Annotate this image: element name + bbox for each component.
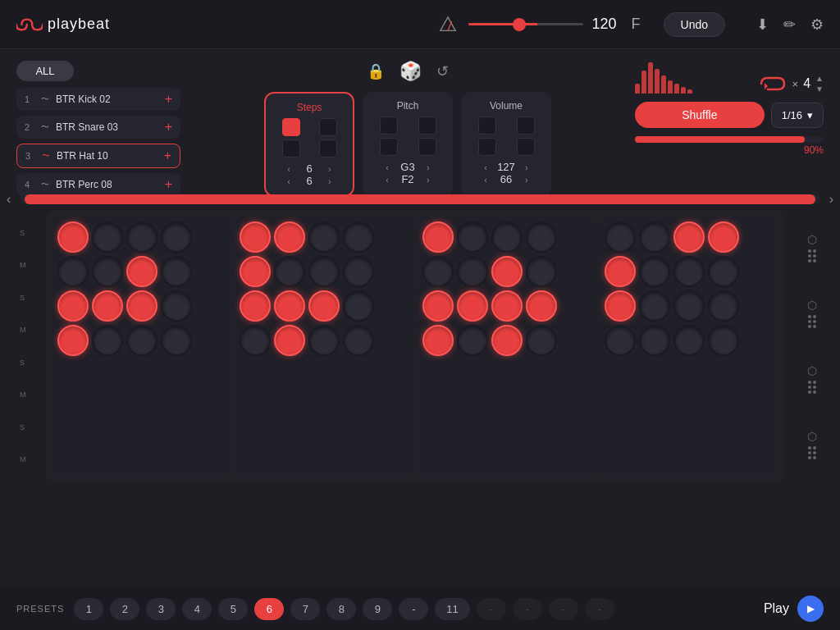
pad-4-4-1[interactable]	[605, 325, 636, 356]
pad-1-2-4[interactable]	[161, 256, 192, 287]
pad-3-4-4[interactable]	[526, 325, 557, 356]
pad-2-4-3[interactable]	[308, 325, 340, 356]
pad-1-2-3[interactable]	[126, 256, 158, 287]
pad-4-2-3[interactable]	[673, 256, 705, 287]
pad-1-2-2[interactable]	[92, 256, 123, 287]
subdivision-select[interactable]: 1/16 ▾	[771, 103, 824, 128]
pad-2-4-2[interactable]	[274, 325, 305, 356]
pad-2-1-3[interactable]	[308, 221, 340, 253]
pad-4-1-1[interactable]	[605, 221, 636, 253]
scroll-right-arrow[interactable]: ›	[823, 192, 840, 207]
edit-icon[interactable]: ✏	[783, 16, 796, 34]
download-icon[interactable]: ⬇	[756, 16, 769, 34]
pad-3-2-4[interactable]	[526, 256, 557, 287]
pad-4-4-4[interactable]	[708, 325, 739, 356]
preset-btn-3[interactable]: 3	[146, 598, 176, 620]
scroll-left-arrow[interactable]: ‹	[0, 192, 17, 207]
pad-1-1-4[interactable]	[161, 221, 192, 253]
pad-2-4-1[interactable]	[240, 325, 271, 356]
pitch-row1-next[interactable]: ›	[427, 162, 430, 172]
preset-btn-dash1[interactable]: -	[399, 598, 428, 620]
settings-icon[interactable]: ⚙	[810, 16, 824, 34]
scroll-track[interactable]	[21, 194, 819, 204]
eraser-icon-2[interactable]: ⬡	[807, 299, 817, 312]
volume-row1-next[interactable]: ›	[525, 162, 528, 172]
preset-btn-2[interactable]: 2	[110, 598, 139, 620]
preset-btn-8[interactable]: 8	[326, 598, 356, 620]
pad-1-3-3[interactable]	[126, 290, 158, 322]
preset-btn-7[interactable]: 7	[290, 598, 320, 620]
all-button[interactable]: ALL	[16, 61, 74, 81]
volume-row1-prev[interactable]: ‹	[484, 162, 487, 172]
dice-icon[interactable]: 🎲	[399, 61, 422, 82]
pad-3-2-2[interactable]	[457, 256, 488, 287]
pad-1-3-2[interactable]	[92, 290, 123, 322]
pad-3-4-3[interactable]	[491, 325, 523, 356]
preset-btn-6[interactable]: 6	[254, 598, 284, 620]
step-dot-2[interactable]	[319, 118, 337, 136]
pad-4-2-1[interactable]	[605, 256, 636, 287]
pad-4-1-2[interactable]	[639, 221, 670, 253]
pad-2-1-2[interactable]	[274, 221, 305, 253]
pitch-dot-1[interactable]	[380, 116, 398, 135]
pad-2-3-1[interactable]	[240, 290, 271, 322]
pad-4-1-4[interactable]	[708, 221, 739, 253]
pad-3-4-1[interactable]	[422, 325, 454, 356]
pad-2-3-2[interactable]	[274, 290, 305, 322]
pad-1-3-4[interactable]	[161, 290, 192, 322]
preset-btn-1[interactable]: 1	[74, 598, 103, 620]
loop-down-arrow[interactable]: ▼	[815, 84, 824, 94]
pad-4-4-2[interactable]	[639, 325, 670, 356]
pitch-panel[interactable]: Pitch ‹ G3 › ‹ F2 ›	[363, 92, 453, 197]
loop-up-arrow[interactable]: ▲	[815, 74, 824, 83]
steps-row2-prev[interactable]: ‹	[287, 176, 290, 186]
step-dot-4[interactable]	[319, 139, 337, 158]
track-item-4[interactable]: 4 〜 BTR Perc 08 +	[16, 173, 180, 196]
volume-row2-prev[interactable]: ‹	[484, 175, 487, 185]
pad-3-3-4[interactable]	[526, 290, 557, 322]
pad-1-4-3[interactable]	[126, 325, 158, 356]
volume-dot-1[interactable]	[478, 116, 496, 135]
pad-3-1-4[interactable]	[526, 221, 557, 253]
pad-2-3-3[interactable]	[308, 290, 340, 322]
steps-row1-prev[interactable]: ‹	[287, 164, 290, 174]
pitch-dot-2[interactable]	[418, 116, 436, 135]
pad-1-1-2[interactable]	[92, 221, 123, 253]
pitch-row2-next[interactable]: ›	[427, 175, 430, 185]
volume-panel[interactable]: Volume ‹ 127 › ‹ 66 ›	[461, 92, 551, 197]
pitch-dot-4[interactable]	[418, 138, 436, 156]
pad-1-1-1[interactable]	[57, 221, 89, 253]
preset-btn-13[interactable]: -	[513, 598, 542, 620]
step-dot-3[interactable]	[282, 139, 300, 158]
refresh-icon[interactable]: ↺	[436, 62, 449, 80]
pad-2-2-2[interactable]	[274, 256, 305, 287]
pad-4-3-4[interactable]	[708, 290, 739, 322]
pad-1-4-4[interactable]	[161, 325, 192, 356]
pad-3-2-1[interactable]	[422, 256, 454, 287]
play-button[interactable]: ▶	[797, 596, 824, 622]
preset-btn-15[interactable]: -	[585, 598, 614, 620]
preset-btn-5[interactable]: 5	[218, 598, 248, 620]
pad-4-3-1[interactable]	[605, 290, 636, 322]
pad-4-2-4[interactable]	[708, 256, 739, 287]
steps-row2-next[interactable]: ›	[328, 176, 331, 186]
pad-2-2-4[interactable]	[343, 256, 374, 287]
pad-3-2-3[interactable]	[491, 256, 523, 287]
pad-3-1-3[interactable]	[491, 221, 523, 253]
steps-row1-next[interactable]: ›	[328, 164, 331, 174]
pad-2-4-4[interactable]	[343, 325, 374, 356]
track-add-1[interactable]: +	[165, 92, 172, 107]
shuffle-button[interactable]: Shuffle	[635, 102, 765, 128]
track-item-3[interactable]: 3 〜 BTR Hat 10 +	[16, 144, 180, 168]
pad-1-2-1[interactable]	[57, 256, 89, 287]
volume-dot-3[interactable]	[478, 138, 496, 156]
pad-3-4-2[interactable]	[457, 325, 488, 356]
pad-1-4-1[interactable]	[57, 325, 89, 356]
undo-button[interactable]: Undo	[664, 12, 725, 37]
step-dot-1[interactable]	[282, 118, 300, 136]
preset-btn-11[interactable]: 11	[435, 598, 469, 620]
pad-4-1-3[interactable]	[673, 221, 705, 253]
pad-1-4-2[interactable]	[92, 325, 123, 356]
preset-btn-14[interactable]: -	[549, 598, 578, 620]
volume-dot-2[interactable]	[517, 116, 535, 135]
